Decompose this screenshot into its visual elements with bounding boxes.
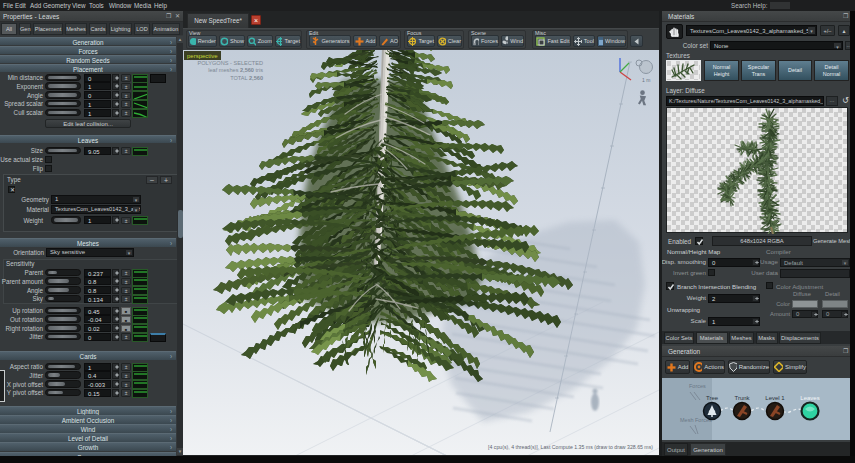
svg-text:Forces: Forces xyxy=(689,383,706,389)
svg-text:Leaves: Leaves xyxy=(800,395,819,401)
svg-text:1 m: 1 m xyxy=(642,77,650,83)
svg-text:Trunk: Trunk xyxy=(734,395,750,401)
svg-text:Level 1: Level 1 xyxy=(765,395,785,401)
svg-text:Tree: Tree xyxy=(706,395,719,401)
